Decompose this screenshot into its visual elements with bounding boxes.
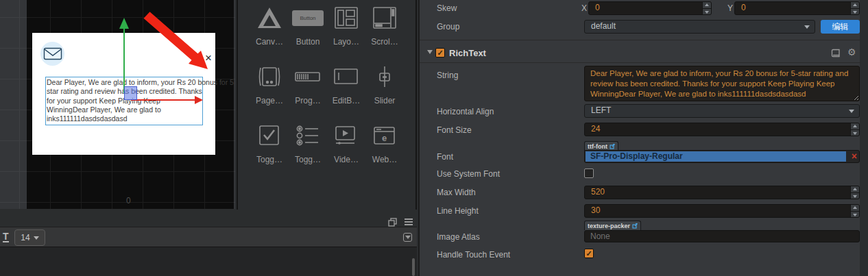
gizmo-y-axis [123, 29, 125, 93]
pageview-icon [256, 63, 283, 90]
richtext-collapse-icon[interactable] [427, 50, 433, 54]
horizontal-align-value: LEFT [591, 105, 611, 115]
line-height-label: Line Height [437, 206, 479, 216]
timeline-panel-header [0, 210, 417, 227]
menu-icon[interactable] [405, 218, 413, 227]
chevron-down-icon [34, 236, 39, 240]
use-system-font-label: Use System Font [437, 169, 500, 179]
richtext-enabled-checkbox[interactable]: ✓ [435, 48, 445, 58]
videoplayer-icon [334, 122, 359, 149]
richtext-node-text: Dear Player, We are glad to inform, your… [47, 78, 235, 123]
font-label: Font [437, 152, 453, 162]
skew-x-stepper[interactable] [702, 2, 711, 14]
palette-item-progressbar[interactable]: Prog… [289, 63, 327, 114]
help-doc-icon[interactable] [831, 49, 841, 58]
ttf-font-tag-label: ttf-font [588, 142, 607, 151]
font-size-dropdown[interactable]: 14 [14, 229, 45, 246]
gizmo-x-axis [131, 99, 195, 101]
skew-y-stepper[interactable] [850, 2, 859, 14]
palette-item-toggle[interactable]: Togg… [250, 122, 289, 173]
font-size-label: Font Size [437, 125, 472, 135]
palette-item-canvas[interactable]: Canv… [250, 4, 289, 55]
palette-item-webview[interactable]: e Web… [365, 122, 404, 173]
group-dropdown[interactable]: default [584, 20, 815, 34]
envelope-icon [42, 46, 64, 62]
skew-x-label: X [581, 3, 587, 13]
image-atlas-field[interactable] [584, 230, 860, 242]
horizontal-align-label: Horizontal Align [437, 107, 494, 116]
line-height-value: 30 [591, 205, 600, 215]
texture-packer-tag[interactable]: texture-packer [584, 221, 641, 230]
gear-icon[interactable]: ⚙ [847, 47, 856, 58]
skew-label: Skew [437, 3, 457, 13]
component-palette: Canv… Button Button Layo… Scrol… Page… [237, 0, 417, 212]
skew-x-field[interactable]: 0 [588, 1, 712, 15]
group-label: Group [437, 22, 459, 32]
font-size-stepper[interactable] [850, 123, 859, 136]
use-system-font-checkbox[interactable] [584, 168, 594, 178]
clear-icon[interactable]: × [852, 151, 857, 162]
palette-item-editbox[interactable]: EditB… [327, 63, 365, 114]
gizmo-x-arrowhead[interactable] [195, 96, 203, 104]
palette-item-pageview[interactable]: Page… [250, 63, 289, 114]
close-icon[interactable]: × [202, 52, 215, 64]
editbox-icon [333, 63, 359, 90]
button-icon: Button [292, 4, 324, 32]
canvas-icon [254, 4, 285, 32]
line-height-field[interactable]: 30 [584, 204, 860, 218]
max-width-value: 520 [591, 187, 605, 197]
layout-icon [334, 4, 359, 32]
svg-text:e: e [382, 133, 387, 143]
palette-item-scrollview[interactable]: Scrol… [365, 4, 404, 55]
handle-touch-event-label: Handle Touch Event [437, 250, 510, 260]
max-width-stepper[interactable] [850, 186, 859, 199]
scene-view[interactable]: × Dear Player, We are glad to inform, yo… [0, 0, 235, 209]
timeline-toolbar: T 14 [0, 227, 417, 247]
palette-item-button[interactable]: Button Button [289, 4, 327, 55]
mail-badge [40, 42, 64, 66]
timeline-panel: T 14 [0, 210, 417, 276]
ruler-origin-label: 0 [126, 196, 131, 205]
horizontal-align-dropdown[interactable]: LEFT [584, 104, 860, 118]
font-size-dropdown-value: 14 [21, 233, 29, 242]
image-atlas-label: Image Atlas [437, 232, 480, 242]
font-asset-value[interactable]: SF-Pro-Display-Regular [586, 151, 846, 162]
inspector-panel: Skew X 0 Y 0 Group default 编辑 ✓ RichText… [418, 0, 860, 276]
webview-icon: e [372, 122, 397, 149]
app-window: × Dear Player, We are glad to inform, yo… [0, 0, 868, 276]
external-link-icon [610, 144, 615, 149]
gizmo-y-arrowhead[interactable] [119, 18, 129, 29]
font-size-field[interactable]: 24 [584, 123, 860, 136]
group-edit-button[interactable]: 编辑 [821, 20, 860, 34]
max-width-field[interactable]: 520 [584, 186, 860, 199]
font-asset-field[interactable]: SF-Pro-Display-Regular × [584, 150, 860, 163]
ttf-font-tag[interactable]: ttf-font [584, 141, 618, 151]
palette-item-layout[interactable]: Layo… [327, 4, 365, 55]
togglegroup-icon [295, 122, 321, 149]
palette-item-togglegroup[interactable]: Togg… [289, 122, 327, 173]
text-tool-icon[interactable]: T [3, 231, 9, 242]
divider [420, 62, 861, 63]
texture-packer-tag-label: texture-packer [588, 222, 630, 230]
max-width-label: Max Width [437, 188, 476, 197]
progressbar-icon [294, 63, 322, 90]
slider-icon [374, 63, 396, 90]
palette-item-slider[interactable]: Slider [365, 63, 404, 114]
richtext-line: Dear Player, We are glad to inform, your… [47, 78, 235, 87]
timeline-scrollbar[interactable] [412, 258, 415, 276]
timeline-content[interactable] [0, 248, 417, 276]
richtext-line: star rating and review has been credited… [47, 87, 235, 96]
richtext-line: for your support Keep Playing Keep [47, 97, 235, 105]
font-size-value: 24 [591, 124, 600, 134]
copy-icon[interactable] [388, 218, 397, 227]
chevron-down-icon [849, 110, 854, 113]
string-label: String [437, 71, 458, 80]
line-height-stepper[interactable] [850, 205, 859, 217]
dock-icon[interactable] [403, 233, 412, 242]
handle-touch-event-checkbox[interactable]: ✓ [584, 249, 594, 258]
string-textarea[interactable]: Dear Player, We are glad to inform, your… [584, 66, 860, 101]
chevron-down-icon [804, 25, 810, 29]
gizmo-anchor-handle[interactable] [124, 86, 137, 100]
palette-item-videoplayer[interactable]: Vide… [327, 122, 365, 173]
skew-y-field[interactable]: 0 [734, 1, 860, 15]
